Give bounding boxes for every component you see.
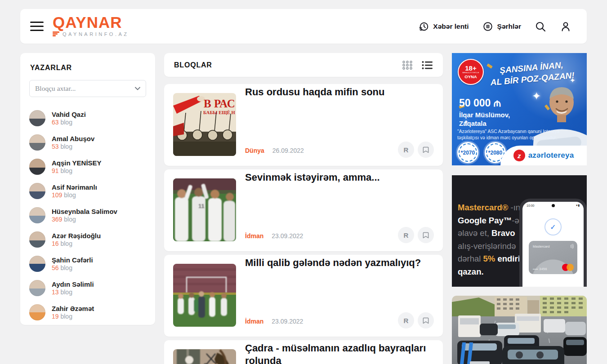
phone-time: 10:00 bbox=[527, 204, 535, 207]
author-name: Azər Rəşidoğlu bbox=[52, 232, 101, 240]
blogs-title: BLOQLAR bbox=[174, 61, 212, 69]
author-list-item[interactable]: Aydın Səlimli 13 blog bbox=[29, 276, 149, 300]
logo-subtext: QAYNARINFO.AZ bbox=[62, 31, 129, 37]
post-title[interactable]: Sevinmək istəyirəm, amma... bbox=[245, 171, 443, 184]
logo-text: QAYNAR bbox=[53, 15, 129, 30]
author-list-item[interactable]: Asif Nərimanlı 109 blog bbox=[29, 179, 149, 203]
author-blog-count: 109 blog bbox=[52, 191, 97, 199]
post-title[interactable]: Milli qalib gələndə nədən yazmalıyıq? bbox=[245, 257, 443, 269]
list-view-button[interactable] bbox=[420, 59, 434, 71]
author-avatar bbox=[29, 159, 45, 175]
post-date: 26.09.2022 bbox=[272, 147, 304, 154]
header: QAYNAR QAYNARINFO.AZ Xəbər lenti Şərhlər bbox=[20, 9, 587, 44]
blog-post-card: Milli qalib gələndə nədən yazmalıyıq? İd… bbox=[164, 255, 443, 337]
authors-panel-title: YAZARLAR bbox=[30, 64, 72, 72]
post-title[interactable]: Rus ordusu haqda mifin sonu bbox=[245, 86, 443, 98]
check-icon bbox=[545, 218, 562, 235]
news-feed-clock-icon bbox=[418, 21, 429, 32]
author-blog-count: 63 blog bbox=[52, 119, 86, 126]
chevron-down-icon bbox=[134, 85, 141, 92]
author-name: Asif Nərimanlı bbox=[52, 183, 97, 191]
profile-button[interactable] bbox=[560, 21, 571, 32]
page: { "header": { "logo": { "text": "QAYNAR"… bbox=[0, 0, 607, 364]
author-name: Aydın Səlimli bbox=[52, 280, 94, 289]
nav-comments[interactable]: Şərhlər bbox=[482, 21, 521, 32]
nav-comments-label: Şərhlər bbox=[497, 22, 521, 31]
poster-text-top: В РАС bbox=[204, 98, 235, 110]
mastercard-ad-banner[interactable]: Mastercard® -ını Google Pay™-ə əlavə et,… bbox=[452, 175, 587, 287]
bookmark-button[interactable] bbox=[418, 312, 434, 328]
post-thumbnail[interactable] bbox=[173, 349, 236, 364]
author-blog-count: 91 blog bbox=[52, 167, 102, 175]
author-list-item[interactable]: Şahin Cəfərli 56 blog bbox=[29, 252, 149, 276]
bookmark-icon bbox=[422, 231, 430, 239]
post-date: 23.09.2022 bbox=[272, 318, 303, 325]
post-category[interactable]: İdman bbox=[245, 232, 263, 240]
traffic-article-image[interactable] bbox=[452, 296, 587, 364]
payment-card: Mastercard •••• 3456 bbox=[529, 241, 577, 274]
nav-news-feed[interactable]: Xəbər lenti bbox=[418, 21, 469, 32]
user-icon bbox=[560, 21, 571, 32]
post-thumbnail[interactable]: В РАС БАБЫ ЕЩЁ Н bbox=[173, 93, 236, 156]
search-button[interactable] bbox=[535, 21, 546, 32]
bookmark-icon bbox=[422, 316, 430, 324]
grid-view-button[interactable] bbox=[401, 59, 414, 71]
author-list-item[interactable]: Aqşin YENİSEY 91 blog bbox=[29, 155, 149, 179]
post-title[interactable]: Çadra - müsəlmanın azadlıq bayraqları ro… bbox=[245, 342, 443, 364]
post-category[interactable]: İdman bbox=[245, 318, 263, 325]
post-category[interactable]: Dünya bbox=[245, 147, 264, 154]
author-list-item[interactable]: Vahid Qazi 63 blog bbox=[29, 106, 149, 130]
header-nav: Xəbər lenti Şərhlər bbox=[418, 21, 587, 32]
author-blog-count: 56 blog bbox=[52, 264, 93, 272]
menu-button[interactable] bbox=[30, 19, 45, 34]
phone-status-icons: ▾▮ bbox=[576, 204, 580, 207]
author-blog-count: 53 blog bbox=[52, 143, 94, 151]
lottery-winner: İlqar Müslümov, Zaqatala bbox=[459, 111, 510, 128]
card-brand: Mastercard bbox=[533, 244, 550, 249]
logo[interactable]: QAYNAR QAYNARINFO.AZ bbox=[53, 15, 129, 37]
search-icon bbox=[535, 21, 546, 32]
r-button[interactable]: R bbox=[398, 227, 414, 243]
lottery-disclaimer: "Azərlotereya" ASC Azərbaycanın qanuni l… bbox=[457, 129, 571, 141]
grid-view-icon bbox=[402, 60, 413, 71]
author-list-item[interactable]: Amal Abuşov 53 blog bbox=[29, 130, 149, 155]
author-name: Amal Abuşov bbox=[52, 135, 94, 143]
author-name: Hüseynbala Səlimov bbox=[52, 208, 117, 216]
post-thumbnail[interactable] bbox=[173, 264, 236, 327]
author-name: Zahir Əzəmət bbox=[52, 305, 94, 313]
blog-post-card: В РАС БАБЫ ЕЩЁ Н Rus ordusu haqda mifin … bbox=[164, 84, 443, 166]
card-number: •••• 3456 bbox=[533, 267, 547, 271]
blogs-header: BLOQLAR bbox=[164, 53, 443, 77]
r-button[interactable]: R bbox=[398, 312, 414, 328]
logo-flame-icon bbox=[53, 31, 59, 37]
lottery-prize: 50 000 ₼ bbox=[459, 97, 501, 109]
author-blog-count: 369 blog bbox=[52, 216, 117, 223]
bookmark-button[interactable] bbox=[418, 227, 434, 243]
author-avatar bbox=[29, 110, 45, 126]
r-button[interactable]: R bbox=[398, 142, 414, 158]
author-avatar bbox=[29, 256, 45, 272]
bookmark-button[interactable] bbox=[418, 142, 434, 158]
author-list-item[interactable]: Zahir Əzəmət 19 blog bbox=[29, 300, 149, 324]
author-list-item[interactable]: Hüseynbala Səlimov 369 blog bbox=[29, 203, 149, 227]
svg-text:11: 11 bbox=[198, 203, 205, 209]
post-thumbnail[interactable]: 11 bbox=[173, 178, 236, 241]
lottery-ad-banner[interactable]: ✦ ✦ ✦ ✦ 18+ MƏSULİYYƏTLƏ OYNA ŞANSINA İN… bbox=[452, 53, 587, 165]
authors-panel: YAZARLAR Bloqçu axtar... Vahid Qazi 63 b… bbox=[20, 53, 155, 325]
post-meta: İdman 23.09.2022 bbox=[245, 232, 303, 240]
author-name: Aqşin YENİSEY bbox=[52, 159, 102, 167]
lottery-brand-bar: z azərlotereya bbox=[500, 146, 587, 165]
hamburger-icon bbox=[30, 22, 45, 31]
bookmark-icon bbox=[422, 146, 430, 154]
azerlotereya-brand-text: azərlotereya bbox=[528, 151, 574, 160]
author-avatar bbox=[29, 280, 45, 296]
author-search-select[interactable]: Bloqçu axtar... bbox=[29, 80, 146, 97]
author-blog-count: 16 blog bbox=[52, 240, 101, 248]
phone-camera-dot bbox=[552, 204, 555, 207]
phone-mockup: 10:00 ▾▮ Mastercard •••• 3456 bbox=[519, 199, 587, 287]
post-meta: Dünya 26.09.2022 bbox=[245, 147, 304, 154]
author-avatar bbox=[29, 231, 45, 248]
blog-post-card: Çadra - müsəlmanın azadlıq bayraqları ro… bbox=[164, 340, 443, 364]
author-list-item[interactable]: Azər Rəşidoğlu 16 blog bbox=[29, 227, 149, 252]
post-meta: İdman 23.09.2022 bbox=[245, 318, 303, 325]
